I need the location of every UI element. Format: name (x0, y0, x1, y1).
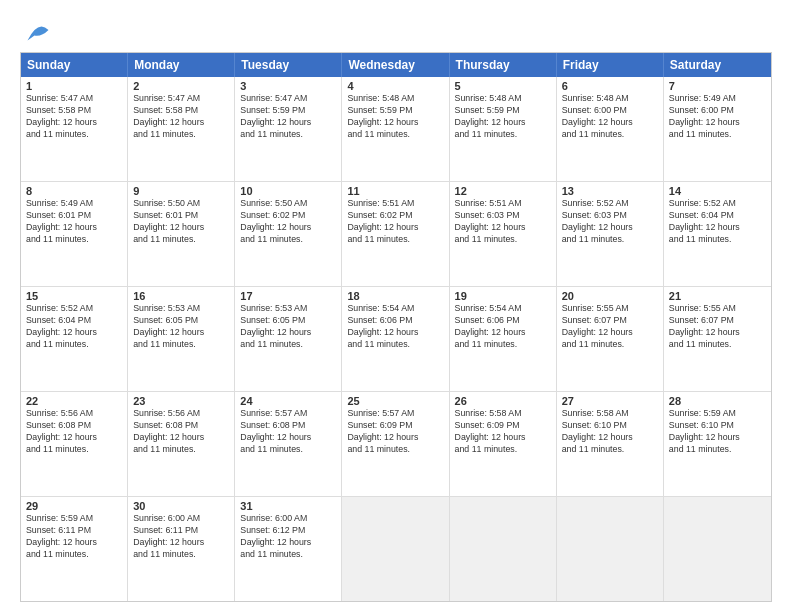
day-info: Sunrise: 6:00 AMSunset: 6:12 PMDaylight:… (240, 513, 336, 561)
day-info: Sunrise: 5:56 AMSunset: 6:08 PMDaylight:… (26, 408, 122, 456)
day-info: Sunrise: 5:57 AMSunset: 6:08 PMDaylight:… (240, 408, 336, 456)
header-cell-friday: Friday (557, 53, 664, 77)
calendar-cell: 30Sunrise: 6:00 AMSunset: 6:11 PMDayligh… (128, 497, 235, 601)
calendar-cell: 25Sunrise: 5:57 AMSunset: 6:09 PMDayligh… (342, 392, 449, 496)
day-info: Sunrise: 5:52 AMSunset: 6:04 PMDaylight:… (26, 303, 122, 351)
day-info: Sunrise: 5:51 AMSunset: 6:02 PMDaylight:… (347, 198, 443, 246)
header-cell-sunday: Sunday (21, 53, 128, 77)
day-info: Sunrise: 5:51 AMSunset: 6:03 PMDaylight:… (455, 198, 551, 246)
day-info: Sunrise: 5:48 AMSunset: 5:59 PMDaylight:… (347, 93, 443, 141)
day-info: Sunrise: 5:49 AMSunset: 6:00 PMDaylight:… (669, 93, 766, 141)
day-number: 25 (347, 395, 443, 407)
day-info: Sunrise: 5:57 AMSunset: 6:09 PMDaylight:… (347, 408, 443, 456)
calendar-cell: 18Sunrise: 5:54 AMSunset: 6:06 PMDayligh… (342, 287, 449, 391)
day-number: 8 (26, 185, 122, 197)
day-info: Sunrise: 5:54 AMSunset: 6:06 PMDaylight:… (347, 303, 443, 351)
day-info: Sunrise: 5:47 AMSunset: 5:58 PMDaylight:… (26, 93, 122, 141)
calendar-cell: 29Sunrise: 5:59 AMSunset: 6:11 PMDayligh… (21, 497, 128, 601)
day-number: 18 (347, 290, 443, 302)
calendar-cell: 9Sunrise: 5:50 AMSunset: 6:01 PMDaylight… (128, 182, 235, 286)
calendar-cell: 4Sunrise: 5:48 AMSunset: 5:59 PMDaylight… (342, 77, 449, 181)
calendar-cell: 20Sunrise: 5:55 AMSunset: 6:07 PMDayligh… (557, 287, 664, 391)
day-info: Sunrise: 5:55 AMSunset: 6:07 PMDaylight:… (669, 303, 766, 351)
day-info: Sunrise: 5:50 AMSunset: 6:01 PMDaylight:… (133, 198, 229, 246)
day-info: Sunrise: 5:50 AMSunset: 6:02 PMDaylight:… (240, 198, 336, 246)
day-number: 29 (26, 500, 122, 512)
header-cell-tuesday: Tuesday (235, 53, 342, 77)
day-info: Sunrise: 5:53 AMSunset: 6:05 PMDaylight:… (240, 303, 336, 351)
day-info: Sunrise: 5:52 AMSunset: 6:04 PMDaylight:… (669, 198, 766, 246)
logo (20, 16, 52, 44)
header (20, 16, 772, 44)
day-number: 20 (562, 290, 658, 302)
day-number: 15 (26, 290, 122, 302)
day-number: 3 (240, 80, 336, 92)
calendar-row-1: 1Sunrise: 5:47 AMSunset: 5:58 PMDaylight… (21, 77, 771, 181)
calendar-row-5: 29Sunrise: 5:59 AMSunset: 6:11 PMDayligh… (21, 496, 771, 601)
calendar-cell (450, 497, 557, 601)
day-number: 2 (133, 80, 229, 92)
day-number: 14 (669, 185, 766, 197)
calendar-cell (557, 497, 664, 601)
calendar-cell: 24Sunrise: 5:57 AMSunset: 6:08 PMDayligh… (235, 392, 342, 496)
day-number: 30 (133, 500, 229, 512)
day-number: 6 (562, 80, 658, 92)
calendar-cell: 14Sunrise: 5:52 AMSunset: 6:04 PMDayligh… (664, 182, 771, 286)
calendar-cell: 26Sunrise: 5:58 AMSunset: 6:09 PMDayligh… (450, 392, 557, 496)
calendar-cell: 17Sunrise: 5:53 AMSunset: 6:05 PMDayligh… (235, 287, 342, 391)
calendar-cell: 31Sunrise: 6:00 AMSunset: 6:12 PMDayligh… (235, 497, 342, 601)
header-cell-monday: Monday (128, 53, 235, 77)
calendar-cell: 1Sunrise: 5:47 AMSunset: 5:58 PMDaylight… (21, 77, 128, 181)
page: SundayMondayTuesdayWednesdayThursdayFrid… (0, 0, 792, 612)
day-info: Sunrise: 5:59 AMSunset: 6:11 PMDaylight:… (26, 513, 122, 561)
day-info: Sunrise: 5:58 AMSunset: 6:09 PMDaylight:… (455, 408, 551, 456)
calendar-cell: 21Sunrise: 5:55 AMSunset: 6:07 PMDayligh… (664, 287, 771, 391)
calendar-cell: 28Sunrise: 5:59 AMSunset: 6:10 PMDayligh… (664, 392, 771, 496)
calendar-cell: 15Sunrise: 5:52 AMSunset: 6:04 PMDayligh… (21, 287, 128, 391)
day-number: 22 (26, 395, 122, 407)
calendar-row-4: 22Sunrise: 5:56 AMSunset: 6:08 PMDayligh… (21, 391, 771, 496)
calendar-cell: 6Sunrise: 5:48 AMSunset: 6:00 PMDaylight… (557, 77, 664, 181)
day-number: 26 (455, 395, 551, 407)
calendar: SundayMondayTuesdayWednesdayThursdayFrid… (20, 52, 772, 602)
calendar-cell: 12Sunrise: 5:51 AMSunset: 6:03 PMDayligh… (450, 182, 557, 286)
day-info: Sunrise: 5:58 AMSunset: 6:10 PMDaylight:… (562, 408, 658, 456)
day-number: 12 (455, 185, 551, 197)
day-info: Sunrise: 5:54 AMSunset: 6:06 PMDaylight:… (455, 303, 551, 351)
header-cell-saturday: Saturday (664, 53, 771, 77)
day-number: 17 (240, 290, 336, 302)
calendar-cell: 8Sunrise: 5:49 AMSunset: 6:01 PMDaylight… (21, 182, 128, 286)
calendar-cell: 2Sunrise: 5:47 AMSunset: 5:58 PMDaylight… (128, 77, 235, 181)
calendar-cell: 23Sunrise: 5:56 AMSunset: 6:08 PMDayligh… (128, 392, 235, 496)
day-number: 23 (133, 395, 229, 407)
calendar-header: SundayMondayTuesdayWednesdayThursdayFrid… (21, 53, 771, 77)
header-cell-wednesday: Wednesday (342, 53, 449, 77)
day-info: Sunrise: 5:56 AMSunset: 6:08 PMDaylight:… (133, 408, 229, 456)
day-number: 1 (26, 80, 122, 92)
calendar-cell: 5Sunrise: 5:48 AMSunset: 5:59 PMDaylight… (450, 77, 557, 181)
day-info: Sunrise: 5:52 AMSunset: 6:03 PMDaylight:… (562, 198, 658, 246)
day-number: 4 (347, 80, 443, 92)
calendar-cell: 7Sunrise: 5:49 AMSunset: 6:00 PMDaylight… (664, 77, 771, 181)
day-number: 27 (562, 395, 658, 407)
day-number: 31 (240, 500, 336, 512)
day-number: 24 (240, 395, 336, 407)
day-info: Sunrise: 6:00 AMSunset: 6:11 PMDaylight:… (133, 513, 229, 561)
day-number: 5 (455, 80, 551, 92)
day-number: 16 (133, 290, 229, 302)
calendar-row-2: 8Sunrise: 5:49 AMSunset: 6:01 PMDaylight… (21, 181, 771, 286)
calendar-cell: 22Sunrise: 5:56 AMSunset: 6:08 PMDayligh… (21, 392, 128, 496)
day-number: 11 (347, 185, 443, 197)
calendar-cell: 10Sunrise: 5:50 AMSunset: 6:02 PMDayligh… (235, 182, 342, 286)
calendar-cell (342, 497, 449, 601)
day-info: Sunrise: 5:48 AMSunset: 6:00 PMDaylight:… (562, 93, 658, 141)
day-info: Sunrise: 5:47 AMSunset: 5:58 PMDaylight:… (133, 93, 229, 141)
calendar-cell: 3Sunrise: 5:47 AMSunset: 5:59 PMDaylight… (235, 77, 342, 181)
day-number: 9 (133, 185, 229, 197)
calendar-body: 1Sunrise: 5:47 AMSunset: 5:58 PMDaylight… (21, 77, 771, 601)
logo-icon (24, 16, 52, 44)
calendar-cell: 27Sunrise: 5:58 AMSunset: 6:10 PMDayligh… (557, 392, 664, 496)
day-info: Sunrise: 5:48 AMSunset: 5:59 PMDaylight:… (455, 93, 551, 141)
day-info: Sunrise: 5:59 AMSunset: 6:10 PMDaylight:… (669, 408, 766, 456)
calendar-row-3: 15Sunrise: 5:52 AMSunset: 6:04 PMDayligh… (21, 286, 771, 391)
